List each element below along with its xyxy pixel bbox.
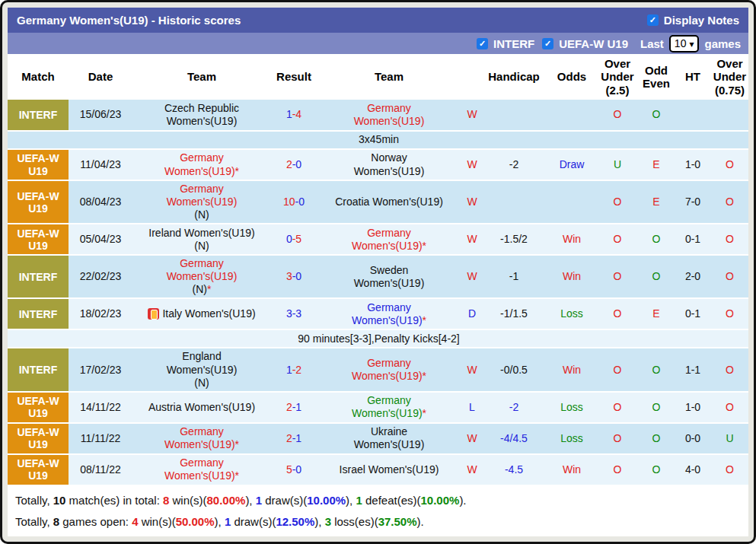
wdl-cell: L bbox=[461, 392, 483, 423]
handicap-cell: -2 bbox=[483, 149, 545, 180]
text-segment: W bbox=[467, 233, 477, 245]
chevron-down-icon bbox=[689, 37, 694, 49]
text-segment: Win bbox=[563, 233, 581, 245]
text-segment: 0 bbox=[286, 233, 292, 245]
text-segment: Croatia Women's(U19) bbox=[335, 196, 443, 208]
text-segment: O bbox=[614, 270, 622, 282]
display-notes-checkbox[interactable] bbox=[647, 14, 659, 26]
text-segment: 3 bbox=[286, 307, 292, 320]
ht-cell: 7-0 bbox=[676, 180, 710, 224]
home-team-cell: Ireland Women's(U19)(N) bbox=[132, 224, 271, 255]
red-card-icon bbox=[148, 308, 159, 320]
date-cell: 08/11/22 bbox=[69, 454, 132, 485]
title-bar: Germany Women's(U19) - Historic scores D… bbox=[8, 8, 748, 33]
games-count-select[interactable]: 10 bbox=[669, 35, 700, 52]
text-segment: -4/4.5 bbox=[500, 432, 528, 444]
text-segment: O bbox=[652, 364, 661, 376]
odds-cell: Loss bbox=[545, 423, 598, 454]
text-segment: O bbox=[614, 432, 622, 444]
interf-checkbox[interactable] bbox=[477, 38, 488, 49]
ht-cell: 4-0 bbox=[676, 454, 710, 485]
text-segment: -0 bbox=[292, 463, 301, 476]
text-segment: 2 bbox=[286, 401, 292, 413]
ht-cell: 2-0 bbox=[676, 255, 710, 298]
text-segment: 10.00% bbox=[307, 494, 346, 507]
team-name-line: Ukraine Women's(U19) bbox=[335, 425, 443, 451]
column-header: Over Under (2.5) bbox=[598, 54, 636, 100]
text-segment: 10 bbox=[53, 494, 66, 507]
away-team-cell: Germany Women's(U19)* bbox=[317, 392, 461, 423]
home-team-cell: Italy Women's(U19) bbox=[132, 298, 271, 329]
over-under-25-cell: O bbox=[598, 100, 636, 131]
match-league-badge: INTERF bbox=[8, 100, 69, 131]
text-segment: ), bbox=[314, 515, 324, 528]
column-header: Date bbox=[69, 54, 132, 100]
text-segment: -1 bbox=[292, 432, 301, 444]
filter-group-interf: INTERF bbox=[477, 37, 534, 50]
text-segment: Germany Women's(U19)* bbox=[164, 457, 239, 482]
text-segment: 8 bbox=[53, 515, 59, 528]
table-row: INTERF22/02/23Germany Women's(U19)(N)*3-… bbox=[8, 255, 748, 298]
wdl-cell: W bbox=[461, 255, 483, 298]
over-under-25-cell: U bbox=[598, 149, 636, 180]
text-segment: -0 bbox=[292, 270, 301, 282]
text-segment: * bbox=[207, 283, 211, 295]
text-segment: 5 bbox=[286, 463, 292, 476]
match-league-badge: INTERF bbox=[8, 255, 69, 298]
column-header: Match bbox=[8, 54, 69, 100]
text-segment: -2 bbox=[292, 364, 301, 376]
column-header: Handicap bbox=[483, 54, 545, 100]
ht-cell: 1-0 bbox=[676, 149, 710, 180]
uefa-checkbox[interactable] bbox=[542, 38, 553, 49]
handicap-cell: -1.5/2 bbox=[483, 224, 545, 255]
text-segment: O bbox=[652, 108, 661, 120]
match-league-badge: INTERF bbox=[8, 298, 69, 329]
result-cell: 5-0 bbox=[271, 454, 317, 485]
text-segment: E bbox=[652, 158, 659, 170]
text-segment: Austria Women's(U19) bbox=[148, 401, 255, 413]
table-row: INTERF17/02/23England Women's(U19)(N)1-2… bbox=[8, 348, 748, 391]
odd-even-cell: O bbox=[636, 454, 676, 485]
text-segment: 1 bbox=[225, 515, 231, 528]
text-segment: L bbox=[469, 401, 475, 413]
text-segment: (N) bbox=[193, 283, 207, 295]
table-row: UEFA-W U1908/11/22Germany Women's(U19)*5… bbox=[8, 454, 748, 485]
over-under-075-cell: O bbox=[710, 149, 748, 180]
team-name-line: Germany Women's(U19)* bbox=[335, 227, 443, 253]
team-name-line: Germany Women's(U19)* bbox=[148, 151, 256, 177]
odds-cell: Win bbox=[545, 348, 598, 391]
column-header: Team bbox=[132, 54, 271, 100]
team-name-line: Germany Women's(U19)* bbox=[148, 457, 256, 482]
ht-cell: 0-0 bbox=[676, 423, 710, 454]
wdl-cell: W bbox=[461, 224, 483, 255]
text-segment: Loss bbox=[560, 307, 583, 320]
result-cell: 1-2 bbox=[271, 348, 317, 391]
games-label: games bbox=[704, 37, 741, 50]
result-cell: 10-0 bbox=[271, 180, 317, 224]
odds-cell bbox=[545, 180, 598, 224]
over-under-075-cell: O bbox=[710, 255, 748, 298]
text-segment: -1 bbox=[509, 270, 518, 282]
handicap-cell: -4.5 bbox=[483, 454, 545, 485]
handicap-cell: -1 bbox=[483, 255, 545, 298]
over-under-25-cell: O bbox=[598, 255, 636, 298]
wdl-cell: W bbox=[461, 423, 483, 454]
app-frame: Germany Women's(U19) - Historic scores D… bbox=[0, 0, 756, 544]
odds-cell: Win bbox=[545, 224, 598, 255]
team-name-line: Germany Women's(U19) bbox=[148, 183, 256, 208]
over-under-075-cell: U bbox=[710, 423, 748, 454]
text-segment: * bbox=[423, 407, 426, 419]
text-segment: (N) bbox=[194, 240, 209, 252]
table-row: UEFA-W U1911/04/23Germany Women's(U19)*2… bbox=[8, 149, 748, 180]
text-segment: Czech Republic Women's(U19) bbox=[164, 102, 239, 127]
away-team-cell: Norway Women's(U19) bbox=[317, 149, 461, 180]
text-segment: ). bbox=[417, 515, 424, 528]
team-name-line: Czech Republic Women's(U19) bbox=[148, 102, 256, 128]
text-segment: 10.00% bbox=[421, 494, 460, 507]
team-name-line: Germany Women's(U19) bbox=[335, 102, 443, 128]
text-segment: Italy Women's(U19) bbox=[162, 307, 255, 320]
home-team-cell: Austria Women's(U19) bbox=[132, 392, 271, 423]
last-games-group: Last 10 games bbox=[640, 35, 741, 52]
text-segment: O bbox=[614, 307, 622, 320]
text-segment: ). bbox=[459, 494, 466, 507]
